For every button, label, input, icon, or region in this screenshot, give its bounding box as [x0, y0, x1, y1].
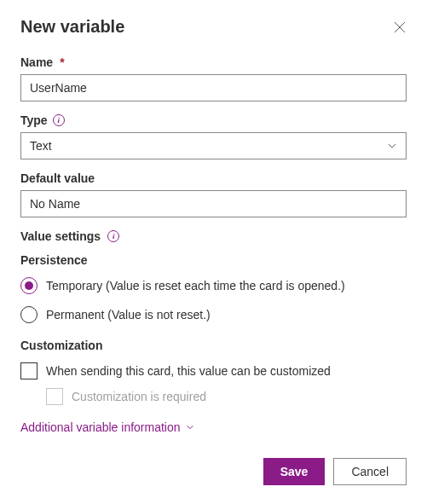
radio-circle-selected [20, 277, 38, 294]
customization-required-row: Customization is required [46, 388, 407, 405]
close-button[interactable] [393, 20, 407, 34]
save-button[interactable]: Save [263, 458, 326, 485]
radio-circle [20, 306, 38, 323]
persistence-label: Persistence [20, 253, 407, 267]
type-value: Text [30, 139, 52, 153]
dialog-title: New variable [20, 17, 124, 37]
additional-info-link[interactable]: Additional variable information [20, 420, 407, 434]
additional-info-text: Additional variable information [20, 420, 181, 434]
type-label-text: Type [20, 113, 48, 127]
close-icon [394, 21, 406, 33]
radio-temporary[interactable]: Temporary (Value is reset each time the … [20, 277, 407, 294]
info-icon[interactable]: i [53, 114, 65, 126]
type-field-group: Type i Text [20, 113, 407, 159]
name-label: Name * [20, 55, 407, 69]
customization-label: Customization [20, 339, 407, 352]
when-sending-label: When sending this card, this value can b… [46, 364, 331, 378]
name-field-group: Name * [20, 55, 407, 101]
chevron-down-icon [387, 141, 397, 151]
radio-temporary-label: Temporary (Value is reset each time the … [46, 279, 345, 293]
required-indicator: * [60, 55, 64, 69]
customization-required-checkbox [46, 388, 63, 405]
default-value-label: Default value [20, 171, 407, 185]
radio-permanent[interactable]: Permanent (Value is not reset.) [20, 306, 407, 323]
value-settings-label: Value settings i [20, 229, 407, 243]
type-select[interactable]: Text [20, 132, 407, 159]
dialog-footer: Save Cancel [263, 458, 407, 485]
when-sending-checkbox[interactable] [20, 362, 38, 379]
persistence-radio-group: Temporary (Value is reset each time the … [20, 277, 407, 323]
type-label: Type i [20, 113, 407, 127]
info-icon[interactable]: i [107, 230, 119, 242]
default-value-input[interactable] [20, 190, 407, 217]
value-settings-text: Value settings [20, 229, 101, 243]
name-input[interactable] [20, 74, 407, 101]
cancel-button[interactable]: Cancel [333, 458, 407, 485]
chevron-down-icon [186, 423, 194, 432]
dialog-header: New variable [20, 17, 407, 37]
default-value-field-group: Default value [20, 171, 407, 217]
name-label-text: Name [20, 55, 53, 69]
customization-required-label: Customization is required [72, 390, 206, 403]
default-value-label-text: Default value [20, 171, 95, 185]
when-sending-checkbox-row: When sending this card, this value can b… [20, 362, 407, 379]
radio-dot [25, 281, 33, 290]
radio-permanent-label: Permanent (Value is not reset.) [46, 308, 211, 322]
